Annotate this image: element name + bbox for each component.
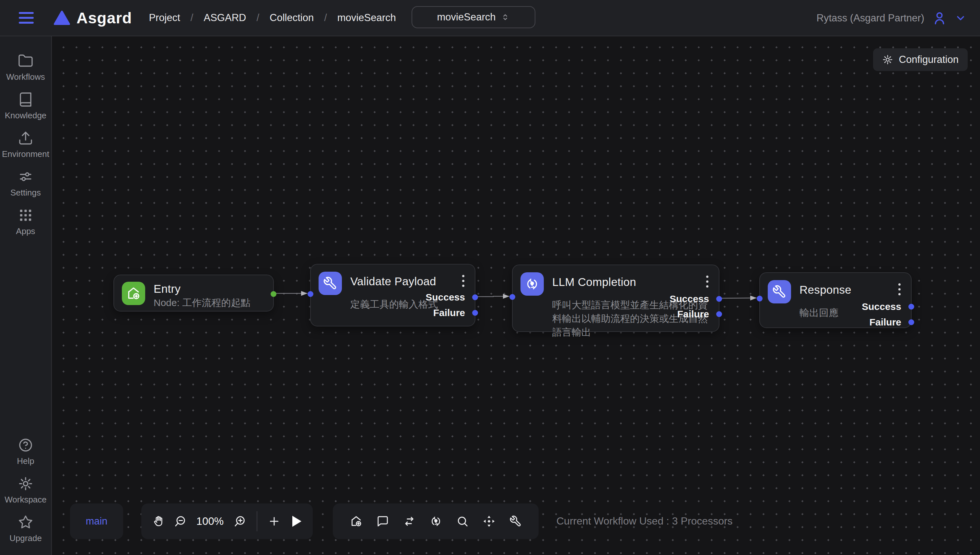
sidebar-item-help[interactable]: Help bbox=[0, 437, 51, 466]
sidebar-item-settings[interactable]: Settings bbox=[0, 169, 51, 198]
workflow-selector[interactable]: movieSearch bbox=[412, 6, 535, 28]
toolbar-divider bbox=[257, 511, 257, 531]
wrench-icon bbox=[319, 272, 342, 295]
breadcrumb-project[interactable]: Project bbox=[149, 12, 180, 24]
grid-icon bbox=[18, 207, 34, 223]
home-plus-icon bbox=[122, 282, 145, 305]
port-response-failure[interactable] bbox=[908, 319, 914, 325]
plus-icon[interactable] bbox=[268, 515, 281, 528]
sidebar-item-label: Workspace bbox=[5, 495, 46, 505]
sidebar-item-workspace[interactable]: Workspace bbox=[0, 476, 51, 505]
node-response[interactable]: Response 輸出回應 Success Failure bbox=[759, 272, 912, 328]
branch-button[interactable]: main bbox=[70, 504, 123, 539]
workflow-status: Current Workflow Used : 3 Processors bbox=[556, 515, 733, 527]
port-response-success[interactable] bbox=[908, 304, 914, 310]
home-plus-icon[interactable] bbox=[350, 515, 362, 528]
sidebar-item-environment[interactable]: Environment bbox=[0, 130, 51, 159]
port-response-in[interactable] bbox=[757, 296, 762, 302]
user-icon bbox=[932, 11, 947, 26]
port-label-failure: Failure bbox=[677, 308, 709, 320]
node-title: Response bbox=[799, 283, 851, 296]
chevrons-up-down-icon bbox=[501, 13, 510, 22]
port-llm-failure[interactable] bbox=[716, 311, 722, 317]
chevron-down-icon bbox=[955, 12, 966, 24]
configuration-button[interactable]: Configuration bbox=[873, 48, 968, 71]
node-subtitle: Node: 工作流程的起點 bbox=[154, 296, 250, 310]
search-icon[interactable] bbox=[456, 515, 469, 528]
sidebar-item-label: Help bbox=[17, 456, 34, 466]
port-llm-in[interactable] bbox=[509, 294, 515, 300]
sidebar-item-label: Upgrade bbox=[10, 533, 42, 543]
star-icon bbox=[18, 515, 34, 530]
zoom-out-icon[interactable] bbox=[174, 515, 187, 528]
menu-icon[interactable] bbox=[19, 12, 34, 24]
gear-icon bbox=[882, 54, 893, 65]
user-menu[interactable]: Rytass (Asgard Partner) bbox=[817, 0, 967, 36]
triangle-logo-icon bbox=[54, 10, 70, 25]
breadcrumb-asgard[interactable]: ASGARD bbox=[203, 12, 246, 24]
node-title: Validate Payload bbox=[350, 275, 436, 288]
port-llm-success[interactable] bbox=[716, 296, 722, 302]
port-label-success: Success bbox=[862, 301, 901, 313]
node-menu-icon[interactable] bbox=[705, 274, 710, 289]
book-icon bbox=[18, 92, 34, 107]
port-validate-in[interactable] bbox=[307, 291, 313, 297]
workflow-selector-value: movieSearch bbox=[437, 11, 496, 23]
sidebar-item-apps[interactable]: Apps bbox=[0, 207, 51, 236]
folder-icon bbox=[18, 53, 34, 69]
sidebar-item-label: Workflows bbox=[6, 72, 45, 82]
port-validate-success[interactable] bbox=[472, 294, 478, 300]
sidebar-item-label: Knowledge bbox=[5, 111, 46, 120]
breadcrumb-separator: / bbox=[256, 12, 259, 24]
gear-icon bbox=[18, 476, 34, 491]
wrench-icon bbox=[768, 280, 791, 303]
port-label-success: Success bbox=[426, 292, 465, 303]
node-tools-toolbar bbox=[333, 504, 539, 539]
hand-icon[interactable] bbox=[152, 515, 165, 528]
branch-label: main bbox=[86, 515, 107, 527]
port-label-failure: Failure bbox=[870, 316, 901, 328]
node-menu-icon[interactable] bbox=[461, 274, 466, 288]
port-validate-failure[interactable] bbox=[472, 310, 478, 316]
zoom-in-icon[interactable] bbox=[233, 515, 246, 528]
node-menu-icon[interactable] bbox=[897, 282, 902, 297]
sidebar-item-workflows[interactable]: Workflows bbox=[0, 53, 51, 82]
node-title: LLM Completion bbox=[552, 276, 636, 289]
node-title: Entry bbox=[154, 282, 250, 295]
sliders-icon bbox=[18, 169, 34, 184]
workflow-canvas[interactable]: Configuration Entry Node: 工作流程的起點 Valida… bbox=[53, 37, 980, 555]
canvas-controls-toolbar: 100% bbox=[141, 504, 313, 539]
llm-cycle-icon bbox=[520, 272, 544, 296]
port-label-failure: Failure bbox=[433, 307, 465, 319]
sidebar-item-upgrade[interactable]: Upgrade bbox=[0, 515, 51, 543]
breadcrumb-moviesearch[interactable]: movieSearch bbox=[337, 12, 396, 24]
upload-icon bbox=[18, 130, 34, 146]
node-llm-completion[interactable]: LLM Completion 呼叫大型語言模型並產生結構化的資料輸出以輔助流程的… bbox=[512, 265, 719, 332]
configuration-label: Configuration bbox=[899, 54, 959, 66]
sidebar-item-label: Settings bbox=[10, 188, 41, 198]
port-label-success: Success bbox=[669, 293, 709, 305]
sidebar-item-knowledge[interactable]: Knowledge bbox=[0, 92, 51, 120]
llm-cycle-icon[interactable] bbox=[430, 515, 442, 528]
comment-icon[interactable] bbox=[376, 515, 389, 528]
edge-validate-llm bbox=[476, 296, 509, 297]
user-name: Rytass (Asgard Partner) bbox=[817, 12, 925, 24]
breadcrumb-separator: / bbox=[324, 12, 327, 24]
swap-arrows-icon[interactable] bbox=[403, 515, 415, 528]
wrench-icon[interactable] bbox=[509, 515, 522, 528]
breadcrumb-collection[interactable]: Collection bbox=[270, 12, 314, 24]
sidebar-item-label: Apps bbox=[16, 226, 35, 236]
zoom-level: 100% bbox=[195, 515, 225, 528]
breadcrumb: Project / ASGARD / Collection / movieSea… bbox=[149, 12, 396, 24]
help-circle-icon bbox=[18, 437, 34, 453]
brand-name: Asgard bbox=[77, 9, 132, 27]
move-icon[interactable] bbox=[483, 515, 495, 528]
top-bar: Asgard Project / ASGARD / Collection / m… bbox=[0, 0, 980, 36]
node-entry[interactable]: Entry Node: 工作流程的起點 bbox=[114, 274, 274, 311]
play-icon[interactable] bbox=[292, 516, 301, 527]
port-entry-out[interactable] bbox=[271, 291, 277, 297]
node-validate-payload[interactable]: Validate Payload 定義工具的輸入格式 Success Failu… bbox=[310, 264, 476, 326]
sidebar-item-label: Environment bbox=[2, 149, 49, 159]
sidebar: Workflows Knowledge Environment Settings… bbox=[0, 36, 52, 555]
brand-logo[interactable]: Asgard bbox=[54, 9, 132, 27]
